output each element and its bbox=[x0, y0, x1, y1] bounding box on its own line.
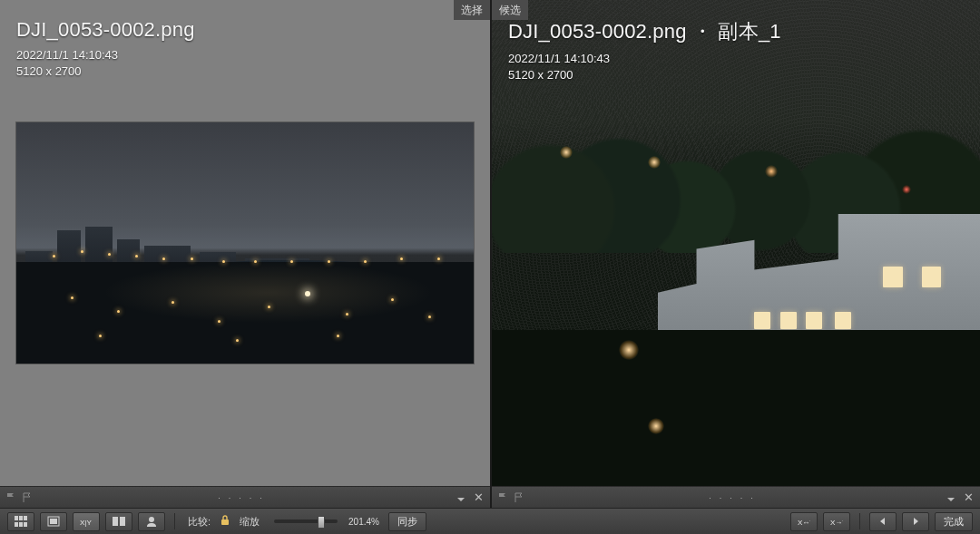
candidate-dimensions: 5120 x 2700 bbox=[508, 67, 781, 83]
candidate-pane: 候选 DJI_0053-0002.png ・ 副本_1 2022/11/1 14… bbox=[492, 0, 980, 508]
svg-rect-5 bbox=[24, 522, 27, 527]
zoom-slider[interactable] bbox=[274, 519, 338, 523]
select-pane-strip: ····· ✕ bbox=[0, 486, 490, 508]
loupe-view-button[interactable] bbox=[40, 512, 67, 531]
svg-rect-10 bbox=[120, 517, 125, 526]
close-pane-icon[interactable]: ✕ bbox=[472, 491, 485, 504]
select-pane-tag[interactable]: 选择 bbox=[454, 0, 490, 20]
rating-dots[interactable]: ····· bbox=[38, 493, 450, 502]
prev-button[interactable] bbox=[869, 512, 897, 531]
candidate-pane-info: DJI_0053-0002.png ・ 副本_1 2022/11/1 14:10… bbox=[508, 18, 781, 83]
make-select-button[interactable]: X→Y bbox=[823, 512, 850, 531]
svg-rect-7 bbox=[50, 519, 57, 524]
flag-reject-icon[interactable] bbox=[514, 492, 524, 503]
rating-dots[interactable]: ····· bbox=[530, 493, 940, 502]
compare-view: 选择 DJI_0053-0002.png 2022/11/1 14:10:43 … bbox=[0, 0, 980, 508]
close-pane-icon[interactable]: ✕ bbox=[962, 491, 975, 504]
select-image bbox=[16, 122, 474, 364]
svg-rect-0 bbox=[15, 516, 18, 520]
svg-rect-9 bbox=[113, 517, 118, 526]
select-pane: 选择 DJI_0053-0002.png 2022/11/1 14:10:43 … bbox=[0, 0, 492, 508]
swap-button[interactable]: X↔Y bbox=[790, 512, 818, 531]
done-button[interactable]: 完成 bbox=[935, 512, 973, 531]
sync-button[interactable]: 同步 bbox=[388, 512, 426, 531]
candidate-pane-tag[interactable]: 候选 bbox=[492, 0, 528, 20]
select-filename: DJI_0053-0002.png bbox=[16, 18, 195, 42]
candidate-timestamp: 2022/11/1 14:10:43 bbox=[508, 51, 781, 67]
svg-text:X→Y: X→Y bbox=[830, 519, 843, 527]
svg-rect-1 bbox=[19, 516, 23, 520]
svg-text:X↔Y: X↔Y bbox=[798, 519, 810, 527]
select-timestamp: 2022/11/1 14:10:43 bbox=[16, 47, 195, 63]
candidate-filename: DJI_0053-0002.png ・ 副本_1 bbox=[508, 18, 781, 45]
compare-view-button[interactable]: X|Y bbox=[73, 512, 100, 531]
svg-text:X|Y: X|Y bbox=[80, 519, 92, 527]
chevron-down-icon[interactable] bbox=[946, 492, 956, 503]
flag-pick-icon[interactable] bbox=[5, 492, 16, 503]
svg-rect-4 bbox=[19, 522, 23, 527]
svg-point-11 bbox=[149, 517, 154, 522]
lock-icon[interactable] bbox=[220, 515, 230, 528]
compare-label: 比较: bbox=[188, 515, 211, 529]
candidate-pane-strip: ····· ✕ bbox=[492, 486, 980, 508]
select-pane-info: DJI_0053-0002.png 2022/11/1 14:10:43 512… bbox=[16, 18, 195, 80]
zoom-value: 201.4% bbox=[348, 517, 383, 527]
svg-rect-12 bbox=[221, 519, 229, 525]
zoom-label: 缩放 bbox=[240, 515, 260, 529]
chevron-down-icon[interactable] bbox=[456, 492, 466, 503]
svg-rect-2 bbox=[24, 516, 27, 520]
grid-view-button[interactable] bbox=[7, 512, 34, 531]
flag-pick-icon[interactable] bbox=[497, 492, 508, 503]
flag-reject-icon[interactable] bbox=[22, 492, 33, 503]
select-dimensions: 5120 x 2700 bbox=[16, 63, 195, 80]
people-view-button[interactable] bbox=[138, 512, 165, 531]
next-button[interactable] bbox=[902, 512, 929, 531]
svg-rect-3 bbox=[15, 522, 18, 527]
survey-view-button[interactable] bbox=[105, 512, 132, 531]
bottom-toolbar: X|Y 比较: 缩放 201.4% 同步 X↔Y X→Y 完成 bbox=[0, 508, 980, 534]
